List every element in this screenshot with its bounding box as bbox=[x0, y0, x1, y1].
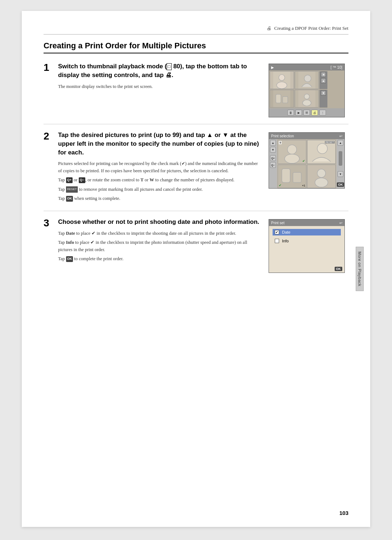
thumb-3 bbox=[270, 90, 294, 108]
sel-thumb-4 bbox=[307, 165, 336, 189]
more-icon: ⋮ bbox=[319, 110, 326, 116]
step-1-description: The monitor display switches to the prin… bbox=[58, 83, 261, 90]
step-2-content: Tap the desired pictures to print (up to… bbox=[58, 131, 269, 204]
svg-point-15 bbox=[317, 144, 327, 154]
print-set-screen: Print set ↩ ✔ Date Info OK bbox=[269, 219, 345, 273]
sel-thumb-1: 9 ✔ bbox=[278, 140, 306, 164]
step-3: 3 Choose whether or not to print shootin… bbox=[44, 218, 348, 273]
pset-info-label: Info bbox=[282, 239, 289, 243]
printer-inline-icon: 🖨 bbox=[166, 72, 172, 78]
step-2-note-3: Tap RESET to remove print marking from a… bbox=[58, 186, 261, 193]
check-inline: ✔ bbox=[181, 161, 185, 166]
svg-point-2 bbox=[277, 82, 287, 89]
up-btn[interactable]: ▲ bbox=[270, 140, 276, 146]
side-tab: More on Playback bbox=[356, 247, 364, 291]
svg-rect-17 bbox=[282, 169, 290, 182]
thumb-1 bbox=[270, 71, 294, 89]
pset-title: Print set bbox=[271, 221, 285, 225]
zoom-in-btn[interactable]: Q+ bbox=[270, 155, 276, 161]
side-tab-label: More on Playback bbox=[358, 251, 362, 286]
thumb-4 bbox=[295, 90, 319, 108]
play-icon: ▶ bbox=[271, 65, 274, 69]
divider-2 bbox=[44, 211, 348, 211]
back-btn-right[interactable]: ▲ bbox=[338, 140, 343, 146]
pset-body: ✔ Date Info bbox=[269, 226, 344, 249]
svg-point-10 bbox=[302, 100, 311, 106]
svg-point-1 bbox=[279, 74, 285, 80]
trash-icon: 🗑 bbox=[287, 110, 294, 116]
pset-header: Print set ↩ bbox=[269, 219, 344, 226]
zoom-out-icon: Q− bbox=[79, 177, 85, 183]
thumb-2 bbox=[295, 71, 319, 89]
bottom-toolbar-1: 🗑 ▶ ⛓ 🖨 ⋮ bbox=[269, 108, 344, 117]
step-1-number: 1 bbox=[44, 62, 49, 73]
svg-point-20 bbox=[317, 169, 326, 177]
thumb-img-2 bbox=[295, 72, 319, 89]
step-1-content: Switch to thumbnail playback mode (□ 80)… bbox=[58, 62, 269, 117]
page-number: 103 bbox=[339, 510, 348, 516]
sel-thumb-3: ×1 ✔ bbox=[278, 165, 306, 189]
pset-date-checkbox: ✔ bbox=[275, 230, 279, 234]
pset-info-checkbox bbox=[275, 239, 279, 243]
page-title: Creating a Print Order for Multiple Pict… bbox=[44, 41, 348, 53]
pset-date-label: Date bbox=[282, 230, 290, 234]
thumb-img-4 bbox=[295, 90, 319, 107]
step-3-note-2: Tap Info to place ✔ in the checkbox to i… bbox=[58, 239, 261, 253]
step-3-heading: Choose whether or not to print shooting … bbox=[58, 218, 261, 226]
svg-rect-18 bbox=[293, 172, 301, 182]
svg-rect-6 bbox=[276, 94, 281, 103]
thumb-img-1 bbox=[270, 72, 294, 89]
ok-badge-3: OK bbox=[66, 256, 73, 262]
divider-1 bbox=[44, 124, 348, 124]
back-icon: ↩ bbox=[339, 134, 342, 138]
book-icon: □ bbox=[167, 63, 171, 70]
svg-point-9 bbox=[304, 94, 309, 99]
svg-point-21 bbox=[315, 178, 328, 187]
step-1: 1 Switch to thumbnail playback mode (□ 8… bbox=[44, 62, 348, 117]
ok-badge-2: OK bbox=[66, 196, 73, 202]
step-1-image: ▶ [ ™ 10] bbox=[269, 64, 348, 117]
step-2-image: Print selection ↩ ▲ ▼ Q+ Q− bbox=[269, 132, 348, 204]
reset-badge: RESET bbox=[66, 186, 78, 192]
step-3-image: Print set ↩ ✔ Date Info OK bbox=[269, 219, 348, 273]
step-3-content: Choose whether or not to print shooting … bbox=[58, 218, 269, 273]
step-2: 2 Tap the desired pictures to print (up … bbox=[44, 131, 348, 204]
pset-info-row: Info bbox=[273, 238, 341, 244]
print-sel-title: Print selection bbox=[271, 134, 294, 138]
svg-point-12 bbox=[287, 145, 297, 154]
step-2-heading: Tap the desired pictures to print (up to… bbox=[58, 131, 261, 157]
svg-point-4 bbox=[304, 75, 311, 82]
frame-count: [ ™ 10] bbox=[331, 65, 342, 69]
step-3-note-1: Tap Date to place ✔ in the checkbox to i… bbox=[58, 230, 261, 237]
pset-back-icon: ↩ bbox=[339, 221, 342, 225]
zoom-out-btn[interactable]: Q− bbox=[270, 162, 276, 168]
pset-ok-badge: OK bbox=[335, 267, 343, 271]
header-text: Creating a DPOF Print Order: Print Set bbox=[274, 25, 348, 31]
step-2-number: 2 bbox=[44, 130, 49, 142]
page-header: 🖨 Creating a DPOF Print Order: Print Set bbox=[44, 25, 348, 35]
step-2-note-2: Tap Q+ or Q−, or rotate the zoom control… bbox=[58, 177, 261, 184]
fwd-btn-right[interactable]: ▼ bbox=[338, 171, 343, 177]
sel-thumb-img-4 bbox=[307, 165, 335, 188]
status-bar-1: ▶ [ ™ 10] bbox=[269, 64, 344, 70]
link-icon: ⛓ bbox=[303, 110, 310, 116]
sel-thumb-2: RESET bbox=[307, 140, 336, 164]
play-icon-2: ▶ bbox=[295, 110, 302, 116]
step-3-note-3: Tap OK to complete the print order. bbox=[58, 255, 261, 262]
printer-icon: 🖨 bbox=[267, 25, 271, 31]
pset-date-row: ✔ Date bbox=[273, 229, 341, 235]
step-1-heading: Switch to thumbnail playback mode (□ 80)… bbox=[58, 62, 261, 80]
print-icon-active: 🖨 bbox=[311, 110, 318, 116]
print-sel-screen: Print selection ↩ ▲ ▼ Q+ Q− bbox=[269, 132, 345, 189]
step-2-note-1: Pictures selected for printing can be re… bbox=[58, 160, 261, 174]
step-3-number: 3 bbox=[44, 217, 49, 229]
down-btn[interactable]: ▼ bbox=[270, 147, 276, 153]
thumb-img-3 bbox=[270, 90, 294, 107]
page: More on Playback 🖨 Creating a DPOF Print… bbox=[22, 11, 370, 527]
sel-thumb-img-1 bbox=[278, 140, 306, 164]
print-sel-header: Print selection ↩ bbox=[269, 133, 344, 139]
svg-point-13 bbox=[285, 154, 299, 163]
svg-rect-7 bbox=[283, 97, 288, 103]
zoom-in-icon: Q+ bbox=[66, 177, 73, 183]
step-2-note-4: Tap OK when setting is complete. bbox=[58, 195, 261, 202]
